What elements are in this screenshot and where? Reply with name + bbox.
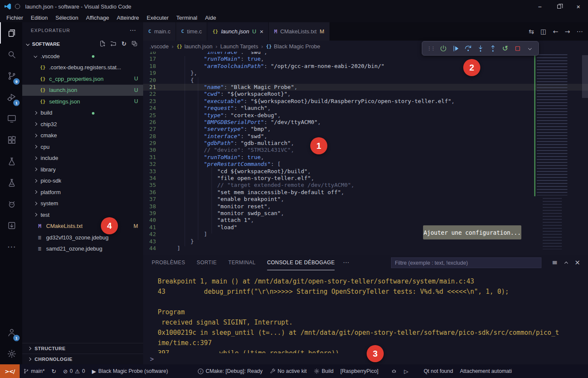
activity-explorer[interactable] [0, 22, 22, 44]
code-line-29[interactable]: 29 "gdbPath": "gdb-multiarch", [143, 140, 588, 147]
status-remote-indicator[interactable]: ></ [0, 364, 20, 378]
close-tab-button[interactable]: × [260, 28, 264, 35]
section-structure[interactable]: STRUCTURE [22, 343, 143, 354]
add-configuration-button[interactable]: Ajouter une configuration... [423, 225, 521, 239]
activity-testing[interactable] [0, 151, 22, 172]
code-line-23[interactable]: 23 "executable": "${workspaceRoot}/build… [143, 98, 588, 105]
minimap[interactable] [534, 53, 582, 253]
breadcrumb-vscode[interactable]: .vscode [150, 43, 169, 50]
code-line-44[interactable]: 44 ] [143, 245, 588, 252]
code-line-25[interactable]: 25 "type": "cortex-debug", [143, 112, 588, 119]
activity-source-control[interactable]: 9 [0, 65, 22, 86]
tree-item-cpu[interactable]: cpu [22, 141, 143, 153]
status-cmake-build[interactable]: Build [310, 364, 337, 378]
status-cmake-status[interactable]: iCMake: [Debug]: Ready [194, 364, 266, 378]
activity-remote-explorer[interactable] [0, 108, 22, 129]
tab-cmakelists-txt[interactable]: MCMakeLists.txtM [269, 22, 329, 41]
status-auto-attach[interactable]: Attachement automati [456, 364, 515, 378]
code-line-28[interactable]: 28 "interface": "swd", [143, 133, 588, 140]
code-line-40[interactable]: 40 "attach 1", [143, 217, 588, 224]
panel-tab-console-de-d-bogage[interactable]: CONSOLE DE DÉBOGAGE [267, 255, 335, 270]
panel-more-actions-button[interactable]: ⋯ [343, 259, 349, 266]
code-line-30[interactable]: 30 // "device": "STM32L431VC", [143, 147, 588, 154]
tree-item-platform[interactable]: platform [22, 186, 143, 198]
tree-item-system[interactable]: system [22, 198, 143, 210]
status-cmake-kit[interactable]: No active kit [266, 364, 310, 378]
tab-time-c[interactable]: Ctime.c [176, 22, 207, 41]
debug-console-prompt[interactable]: > [150, 355, 154, 363]
activity-test-explorer[interactable] [0, 172, 22, 193]
debug-restart-button[interactable]: ↺ [500, 43, 511, 54]
code-line-24[interactable]: 24 "request": "launch", [143, 105, 588, 112]
debug-console-filter-input[interactable] [391, 257, 541, 268]
editor-scrollbar[interactable] [582, 55, 588, 98]
tree-item-launch-json[interactable]: {}launch.jsonU [22, 85, 143, 96]
more-actions-button[interactable]: ⋯ [576, 28, 583, 35]
tree-item-build[interactable]: build [22, 107, 143, 119]
maximize-button[interactable] [550, 0, 569, 13]
collapse-all-button[interactable] [131, 40, 139, 48]
menu-edition[interactable]: Edition [27, 15, 52, 21]
tree-item-pico-sdk[interactable]: pico-sdk [22, 175, 143, 187]
code-line-31[interactable]: 31 "runToMain": true, [143, 154, 588, 161]
menu-ex-cuter[interactable]: Exécuter [143, 15, 172, 21]
activity-search[interactable] [0, 44, 22, 65]
menu-s-lection[interactable]: Sélection [52, 15, 82, 21]
activity-memory-inspector[interactable] [0, 215, 22, 236]
code-editor[interactable]: 16 "interface": "swd",17 "runToMain": tr… [143, 52, 588, 255]
clear-console-icon[interactable]: ≡ [552, 259, 557, 266]
code-line-19[interactable]: 19 }, [143, 70, 588, 77]
close-button[interactable]: × [569, 0, 588, 13]
new-folder-button[interactable] [110, 40, 118, 48]
close-panel-icon[interactable]: × [575, 259, 580, 266]
code-line-33[interactable]: 33 "cd ${workspaceRoot}/build", [143, 168, 588, 175]
activity-manage[interactable] [0, 343, 22, 364]
debug-stop-button[interactable] [512, 43, 523, 54]
tree-item-chip32[interactable]: chip32 [22, 118, 143, 130]
activity-additional-views[interactable]: ⋯ [0, 236, 22, 257]
tree-item-c-cpp-properties-json[interactable]: {}c_cpp_properties.jsonU [22, 73, 143, 85]
tree-item-vscode[interactable]: .vscode [22, 50, 143, 62]
navigate-forward-button[interactable]: → [564, 28, 570, 35]
tree-item-test[interactable]: test [22, 209, 143, 221]
code-line-32[interactable]: 32 "preRestartCommands": [ [143, 161, 588, 168]
maximize-panel-icon[interactable] [564, 262, 567, 265]
code-line-26[interactable]: 26 "BMPGDBSerialPort": "/dev/ttyACM0", [143, 119, 588, 126]
status-git-branch[interactable]: main* [20, 364, 48, 378]
panel-tab-terminal[interactable]: TERMINAL [228, 255, 256, 270]
tree-item-library[interactable]: library [22, 164, 143, 175]
menu-terminal[interactable]: Terminal [173, 15, 201, 21]
status-debug-button[interactable] [388, 364, 400, 378]
code-line-38[interactable]: 38 "monitor reset", [143, 203, 588, 210]
minimize-button[interactable]: − [530, 0, 550, 13]
section-chronologie[interactable]: CHRONOLOGIE [22, 354, 143, 364]
activity-run-and-debug[interactable]: 1 [0, 86, 22, 108]
status-debug-launch-config[interactable]: ▶Black Magic Probe (software) [88, 364, 171, 378]
code-line-21[interactable]: 21 "name": "Black Magic Probe", [143, 84, 588, 91]
open-changes-button[interactable]: ⇆ [529, 28, 534, 35]
debug-step-into-button[interactable] [475, 43, 486, 54]
tab-main-c[interactable]: Cmain.c [143, 22, 176, 41]
navigate-back-button[interactable]: ← [553, 28, 559, 35]
code-line-36[interactable]: 36 "set mem inaccessible-by-default off"… [143, 189, 588, 196]
new-file-button[interactable] [99, 40, 107, 48]
status-problems[interactable]: ⊘0⚠0 [59, 364, 88, 378]
tree-item-cortex-debug-registers-stat[interactable]: {}.cortex-debug.registers.stat... [22, 62, 143, 74]
code-line-17[interactable]: 17 "runToMain": true, [143, 56, 588, 62]
tree-item-cmake[interactable]: cmake [22, 130, 143, 142]
debug-step-out-button[interactable] [487, 43, 498, 54]
activity-cortex-debug[interactable] [0, 193, 22, 215]
tree-item-gd32vf103-ozone-jdebug[interactable]: ≡gd32vf103_ozone.jdebug [22, 232, 143, 243]
refresh-button[interactable]: ↻ [121, 40, 128, 48]
status-run-button[interactable]: ▷ [400, 364, 412, 378]
code-line-43[interactable]: 43 } [143, 238, 588, 245]
code-line-35[interactable]: 35 // "target extended-remote /dev/ttyAC… [143, 182, 588, 189]
breadcrumb-launch-json[interactable]: {}launch.json [176, 43, 212, 50]
debug-continue-button[interactable] [450, 43, 461, 54]
tree-item-settings-json[interactable]: {}settings.jsonU [22, 96, 143, 107]
panel-tab-probl-mes[interactable]: PROBLÈMES [152, 255, 185, 270]
tab-launch-json[interactable]: {}launch.jsonU× [207, 22, 269, 41]
code-line-37[interactable]: 37 "enable breakpoint", [143, 196, 588, 203]
menu-affichage[interactable]: Affichage [82, 15, 113, 21]
debug-grip-button[interactable]: ⋮⋮ [425, 43, 436, 54]
